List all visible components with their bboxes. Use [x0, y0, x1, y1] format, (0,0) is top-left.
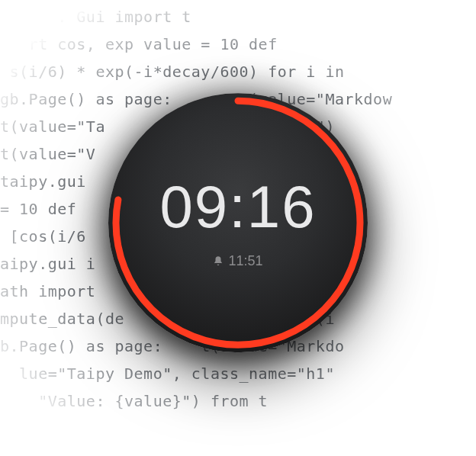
clock-widget: 09:16 11:51 — [108, 93, 368, 352]
current-time: 09:16 — [159, 177, 316, 236]
clock-face[interactable]: 09:16 11:51 — [108, 93, 368, 352]
alarm-time: 11:51 — [228, 253, 262, 269]
alarm-row: 11:51 — [213, 253, 262, 269]
code-line: "Value: {value}") from t — [0, 387, 476, 415]
bell-icon — [213, 255, 224, 266]
code-line: rt cos, exp value = 10 def — [0, 31, 476, 58]
code-line: . Gui import t — [0, 3, 476, 31]
clock-content: 09:16 11:51 — [108, 93, 368, 352]
